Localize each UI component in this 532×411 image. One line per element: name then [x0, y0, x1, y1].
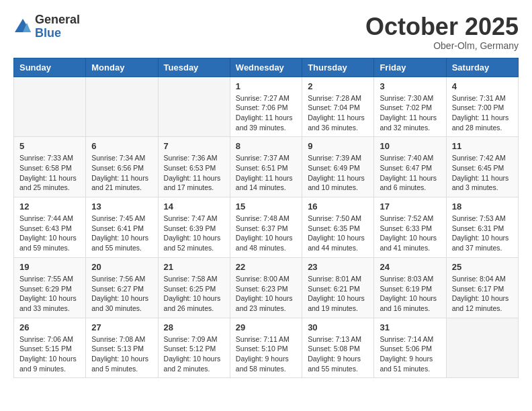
day-info: Sunrise: 7:53 AM Sunset: 6:31 PM Dayligh… — [452, 214, 513, 253]
day-number: 30 — [308, 322, 368, 332]
day-number: 27 — [91, 322, 152, 332]
day-info: Sunrise: 7:06 AM Sunset: 5:15 PM Dayligh… — [19, 334, 80, 374]
calendar-table: SundayMondayTuesdayWednesdayThursdayFrid… — [13, 58, 519, 379]
location: Ober-Olm, Germany — [365, 40, 519, 51]
day-number: 9 — [308, 141, 368, 151]
calendar-week-row: 5Sunrise: 7:33 AM Sunset: 6:58 PM Daylig… — [14, 137, 519, 197]
day-number: 3 — [380, 81, 440, 91]
day-number: 23 — [308, 262, 368, 272]
weekday-header-wednesday: Wednesday — [230, 58, 302, 77]
calendar-cell: 20Sunrise: 7:56 AM Sunset: 6:27 PM Dayli… — [86, 257, 158, 318]
day-info: Sunrise: 7:45 AM Sunset: 6:41 PM Dayligh… — [91, 214, 152, 253]
logo-line1: General — [35, 13, 80, 27]
calendar-cell: 16Sunrise: 7:50 AM Sunset: 6:35 PM Dayli… — [302, 197, 374, 258]
day-info: Sunrise: 7:50 AM Sunset: 6:35 PM Dayligh… — [308, 214, 368, 253]
calendar-cell: 9Sunrise: 7:39 AM Sunset: 6:49 PM Daylig… — [302, 137, 374, 197]
day-number: 26 — [19, 322, 80, 332]
calendar-cell: 22Sunrise: 8:00 AM Sunset: 6:23 PM Dayli… — [230, 257, 302, 318]
weekday-header-tuesday: Tuesday — [158, 58, 230, 77]
day-number: 20 — [91, 262, 152, 272]
day-number: 6 — [91, 141, 152, 151]
calendar-cell: 7Sunrise: 7:36 AM Sunset: 6:53 PM Daylig… — [158, 137, 230, 197]
calendar-cell: 27Sunrise: 7:08 AM Sunset: 5:13 PM Dayli… — [86, 318, 158, 378]
calendar-cell: 10Sunrise: 7:40 AM Sunset: 6:47 PM Dayli… — [374, 137, 446, 197]
day-number: 11 — [452, 141, 513, 151]
day-number: 17 — [380, 201, 440, 212]
day-number: 19 — [19, 262, 80, 272]
day-number: 22 — [236, 262, 296, 272]
calendar-cell: 28Sunrise: 7:09 AM Sunset: 5:12 PM Dayli… — [158, 318, 230, 378]
day-number: 21 — [164, 262, 224, 272]
day-info: Sunrise: 7:09 AM Sunset: 5:12 PM Dayligh… — [164, 334, 224, 374]
calendar-cell: 8Sunrise: 7:37 AM Sunset: 6:51 PM Daylig… — [230, 137, 302, 197]
day-number: 1 — [236, 81, 296, 91]
day-info: Sunrise: 7:47 AM Sunset: 6:39 PM Dayligh… — [164, 214, 224, 253]
calendar-cell: 12Sunrise: 7:44 AM Sunset: 6:43 PM Dayli… — [14, 197, 86, 258]
calendar-week-row: 1Sunrise: 7:27 AM Sunset: 7:06 PM Daylig… — [14, 77, 519, 137]
day-info: Sunrise: 7:37 AM Sunset: 6:51 PM Dayligh… — [236, 153, 296, 193]
day-number: 29 — [236, 322, 296, 332]
calendar-cell: 11Sunrise: 7:42 AM Sunset: 6:45 PM Dayli… — [446, 137, 518, 197]
day-info: Sunrise: 7:36 AM Sunset: 6:53 PM Dayligh… — [164, 153, 224, 193]
weekday-header-friday: Friday — [374, 58, 446, 77]
weekday-header-monday: Monday — [86, 58, 158, 77]
day-info: Sunrise: 7:56 AM Sunset: 6:27 PM Dayligh… — [91, 274, 152, 314]
day-number: 7 — [164, 141, 224, 151]
day-info: Sunrise: 7:34 AM Sunset: 6:56 PM Dayligh… — [91, 153, 152, 193]
title-area: October 2025 Ober-Olm, Germany — [365, 13, 519, 51]
day-info: Sunrise: 8:00 AM Sunset: 6:23 PM Dayligh… — [236, 274, 296, 314]
day-info: Sunrise: 7:30 AM Sunset: 7:02 PM Dayligh… — [380, 93, 440, 133]
weekday-header-thursday: Thursday — [302, 58, 374, 77]
calendar-cell: 30Sunrise: 7:13 AM Sunset: 5:08 PM Dayli… — [302, 318, 374, 378]
weekday-header-saturday: Saturday — [446, 58, 518, 77]
calendar-week-row: 12Sunrise: 7:44 AM Sunset: 6:43 PM Dayli… — [14, 197, 519, 258]
day-info: Sunrise: 7:52 AM Sunset: 6:33 PM Dayligh… — [380, 214, 440, 253]
logo: General Blue — [13, 13, 80, 40]
day-info: Sunrise: 8:04 AM Sunset: 6:17 PM Dayligh… — [452, 274, 513, 314]
calendar-cell: 2Sunrise: 7:28 AM Sunset: 7:04 PM Daylig… — [302, 77, 374, 137]
day-info: Sunrise: 7:42 AM Sunset: 6:45 PM Dayligh… — [452, 153, 513, 193]
day-number: 16 — [308, 201, 368, 212]
day-info: Sunrise: 7:44 AM Sunset: 6:43 PM Dayligh… — [19, 214, 80, 253]
day-info: Sunrise: 7:08 AM Sunset: 5:13 PM Dayligh… — [91, 334, 152, 374]
calendar-cell: 6Sunrise: 7:34 AM Sunset: 6:56 PM Daylig… — [86, 137, 158, 197]
calendar-cell: 26Sunrise: 7:06 AM Sunset: 5:15 PM Dayli… — [14, 318, 86, 378]
calendar-cell: 17Sunrise: 7:52 AM Sunset: 6:33 PM Dayli… — [374, 197, 446, 258]
weekday-header-sunday: Sunday — [14, 58, 86, 77]
day-info: Sunrise: 7:14 AM Sunset: 5:06 PM Dayligh… — [380, 334, 440, 374]
calendar-cell — [86, 77, 158, 137]
calendar-cell: 13Sunrise: 7:45 AM Sunset: 6:41 PM Dayli… — [86, 197, 158, 258]
calendar-cell — [14, 77, 86, 137]
month-title: October 2025 — [365, 13, 519, 40]
calendar-cell: 1Sunrise: 7:27 AM Sunset: 7:06 PM Daylig… — [230, 77, 302, 137]
day-info: Sunrise: 7:48 AM Sunset: 6:37 PM Dayligh… — [236, 214, 296, 253]
day-info: Sunrise: 7:31 AM Sunset: 7:00 PM Dayligh… — [452, 93, 513, 133]
calendar-cell: 18Sunrise: 7:53 AM Sunset: 6:31 PM Dayli… — [446, 197, 518, 258]
day-info: Sunrise: 7:39 AM Sunset: 6:49 PM Dayligh… — [308, 153, 368, 193]
day-number: 15 — [236, 201, 296, 212]
day-number: 18 — [452, 201, 513, 212]
logo-text: General Blue — [35, 13, 80, 40]
calendar-cell: 31Sunrise: 7:14 AM Sunset: 5:06 PM Dayli… — [374, 318, 446, 378]
day-info: Sunrise: 8:03 AM Sunset: 6:19 PM Dayligh… — [380, 274, 440, 314]
day-number: 5 — [19, 141, 80, 151]
day-number: 13 — [91, 201, 152, 212]
day-info: Sunrise: 7:28 AM Sunset: 7:04 PM Dayligh… — [308, 93, 368, 133]
day-number: 14 — [164, 201, 224, 212]
calendar-cell — [158, 77, 230, 137]
calendar-cell: 25Sunrise: 8:04 AM Sunset: 6:17 PM Dayli… — [446, 257, 518, 318]
calendar-cell: 14Sunrise: 7:47 AM Sunset: 6:39 PM Dayli… — [158, 197, 230, 258]
day-info: Sunrise: 7:27 AM Sunset: 7:06 PM Dayligh… — [236, 93, 296, 133]
day-number: 4 — [452, 81, 513, 91]
day-number: 8 — [236, 141, 296, 151]
calendar-cell: 21Sunrise: 7:58 AM Sunset: 6:25 PM Dayli… — [158, 257, 230, 318]
day-info: Sunrise: 7:13 AM Sunset: 5:08 PM Dayligh… — [308, 334, 368, 374]
calendar-cell: 19Sunrise: 7:55 AM Sunset: 6:29 PM Dayli… — [14, 257, 86, 318]
calendar-cell: 24Sunrise: 8:03 AM Sunset: 6:19 PM Dayli… — [374, 257, 446, 318]
day-number: 28 — [164, 322, 224, 332]
logo-line2: Blue — [35, 27, 80, 40]
calendar-week-row: 26Sunrise: 7:06 AM Sunset: 5:15 PM Dayli… — [14, 318, 519, 378]
page-header: General Blue October 2025 Ober-Olm, Germ… — [13, 13, 519, 51]
day-info: Sunrise: 8:01 AM Sunset: 6:21 PM Dayligh… — [308, 274, 368, 314]
calendar-cell: 29Sunrise: 7:11 AM Sunset: 5:10 PM Dayli… — [230, 318, 302, 378]
